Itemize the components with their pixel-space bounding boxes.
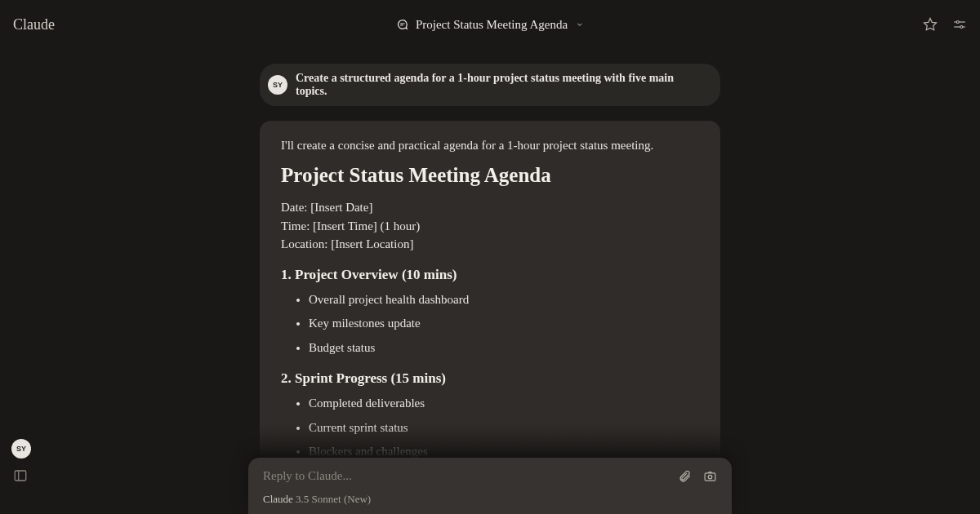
user-message-text: Create a structured agenda for a 1-hour … bbox=[296, 72, 706, 98]
svg-point-6 bbox=[708, 475, 712, 479]
reply-input[interactable] bbox=[263, 469, 678, 483]
svg-rect-5 bbox=[705, 473, 715, 481]
conversation-title-text: Project Status Meeting Agenda bbox=[416, 18, 568, 32]
meta-date: Date: [Insert Date] bbox=[281, 198, 699, 217]
svg-rect-7 bbox=[15, 471, 26, 481]
camera-icon[interactable] bbox=[703, 469, 717, 483]
model-brand: Claude bbox=[263, 493, 293, 505]
assistant-message: I'll create a concise and practical agen… bbox=[260, 121, 720, 514]
svg-point-4 bbox=[960, 26, 963, 29]
conversation-content: SY Create a structured agenda for a 1-ho… bbox=[260, 64, 720, 514]
meta-time: Time: [Insert Time] (1 hour) bbox=[281, 217, 699, 236]
user-message: SY Create a structured agenda for a 1-ho… bbox=[260, 64, 720, 106]
attachment-icon[interactable] bbox=[678, 469, 692, 483]
avatar: SY bbox=[268, 75, 287, 95]
agenda-heading: Project Status Meeting Agenda bbox=[281, 164, 699, 187]
list-item: Current sprint status bbox=[309, 419, 699, 437]
section-title: 2. Sprint Progress (15 mins) bbox=[281, 370, 699, 387]
avatar[interactable]: SY bbox=[11, 439, 31, 459]
chevron-down-icon bbox=[576, 20, 584, 29]
assistant-intro: I'll create a concise and practical agen… bbox=[281, 139, 699, 153]
header-bar: Claude Project Status Meeting Agenda bbox=[0, 0, 980, 49]
svg-marker-0 bbox=[924, 19, 937, 30]
conversation-title-dropdown[interactable]: Project Status Meeting Agenda bbox=[396, 18, 584, 32]
list-item: Overall project health dashboard bbox=[309, 291, 699, 309]
meta-location: Location: [Insert Location] bbox=[281, 235, 699, 254]
composer: Claude 3.5 Sonnet (New) bbox=[248, 458, 732, 514]
sidebar-toggle-icon[interactable] bbox=[13, 468, 28, 483]
list-item: Budget status bbox=[309, 339, 699, 357]
list-item: Key milestones update bbox=[309, 315, 699, 333]
star-icon[interactable] bbox=[923, 17, 938, 32]
model-name: 3.5 Sonnet (New) bbox=[296, 493, 371, 505]
svg-point-2 bbox=[956, 21, 959, 24]
sliders-icon[interactable] bbox=[952, 17, 967, 32]
section-title: 1. Project Overview (10 mins) bbox=[281, 267, 699, 283]
chat-icon bbox=[396, 18, 409, 31]
model-indicator[interactable]: Claude 3.5 Sonnet (New) bbox=[263, 493, 717, 506]
section-list: Overall project health dashboard Key mil… bbox=[281, 291, 699, 357]
brand-logo[interactable]: Claude bbox=[13, 16, 55, 33]
list-item: Completed deliverables bbox=[309, 395, 699, 413]
